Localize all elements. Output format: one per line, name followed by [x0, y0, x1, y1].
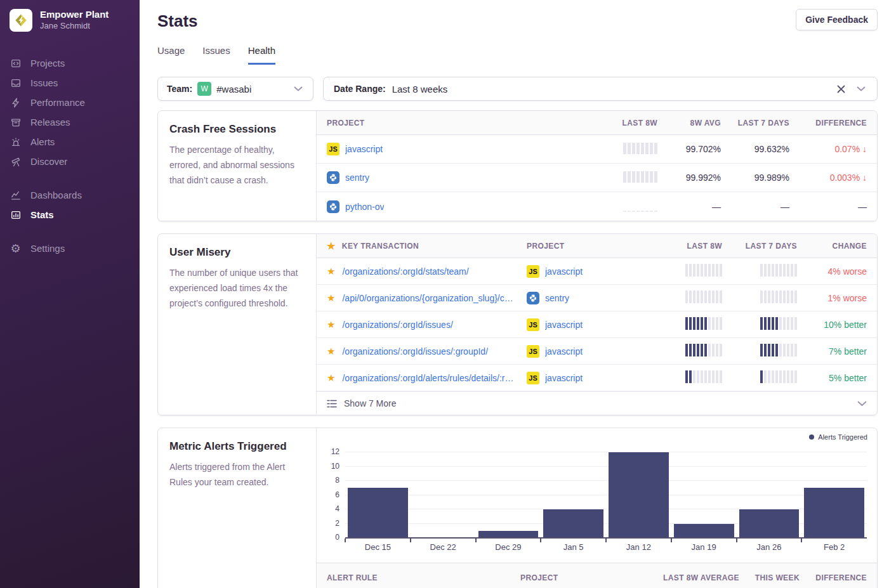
project-cell: sentry — [527, 292, 646, 304]
sidebar-item-label: Dashboards — [30, 190, 82, 200]
last-8w-cell — [623, 141, 657, 157]
nav-section-0: ProjectsIssuesPerformanceReleasesAlertsD… — [10, 53, 140, 171]
performance-icon — [10, 96, 22, 108]
javascript-platform-icon: JS — [527, 345, 539, 358]
tab-health[interactable]: Health — [248, 45, 275, 65]
project-link[interactable]: javascript — [545, 346, 583, 356]
sparkline-bars — [760, 264, 797, 277]
chart-bar[interactable] — [609, 452, 669, 538]
chart-bar-slot — [411, 452, 476, 538]
y-axis-tick-label: 0 — [335, 533, 339, 542]
org-switcher[interactable]: Empower Plant Jane Schmidt — [10, 9, 140, 32]
tab-bar: UsageIssuesHealth — [157, 45, 878, 65]
team-selector[interactable]: Team: W #wasabi — [157, 77, 313, 101]
8w-avg-cell: — — [712, 202, 721, 212]
chart-bar[interactable] — [804, 488, 864, 538]
sidebar-item-alerts[interactable]: Alerts — [10, 132, 140, 152]
show-more-row[interactable]: Show 7 More — [317, 391, 877, 415]
table-row: ★/organizations/:orgId/issues/JSjavascri… — [317, 311, 877, 338]
sparkline-bars — [685, 344, 722, 356]
sidebar-item-performance[interactable]: Performance — [10, 93, 140, 112]
sidebar-item-stats[interactable]: Stats — [10, 205, 140, 225]
project-link[interactable]: sentry — [345, 173, 369, 183]
key-transaction-star-icon[interactable]: ★ — [327, 373, 335, 382]
user-misery-table-header: ★KEY TRANSACTIONPROJECTLAST 8WLAST 7 DAY… — [317, 234, 877, 258]
stats-icon — [10, 209, 22, 221]
show-more-label: Show 7 More — [344, 398, 396, 408]
transaction-link[interactable]: /organizations/:orgId/issues/ — [342, 320, 452, 330]
org-name: Empower Plant — [40, 9, 109, 21]
crash-free-table: PROJECTLAST 8W8W AVGLAST 7 DAYSDIFFERENC… — [317, 111, 877, 221]
sidebar-item-discover[interactable]: Discover — [10, 152, 140, 171]
project-cell: JSjavascript — [527, 265, 646, 278]
javascript-platform-icon: JS — [527, 265, 539, 278]
sidebar-item-issues[interactable]: Issues — [10, 73, 140, 93]
transaction-link[interactable]: /api/0/organizations/{organization_slug}… — [342, 293, 514, 303]
project-link[interactable]: sentry — [545, 293, 569, 303]
chart-bars — [345, 452, 867, 538]
x-axis-label: Jan 5 — [541, 542, 606, 552]
tab-usage[interactable]: Usage — [157, 45, 185, 65]
legend-dot-icon — [809, 434, 814, 440]
sidebar-item-releases[interactable]: Releases — [10, 112, 140, 132]
legend-label: Alerts Triggered — [818, 433, 867, 441]
chart-bar[interactable] — [674, 524, 734, 539]
key-transaction-star-icon[interactable]: ★ — [327, 320, 335, 329]
primary-navigation: ProjectsIssuesPerformanceReleasesAlertsD… — [10, 53, 140, 258]
x-axis-label: Dec 22 — [411, 542, 476, 552]
key-transaction-cell: ★/organizations/:orgId/issues/:groupId/ — [327, 346, 527, 356]
last-8w-cell — [685, 344, 722, 359]
project-link[interactable]: javascript — [545, 266, 583, 277]
user-misery-table: ★KEY TRANSACTIONPROJECTLAST 8WLAST 7 DAY… — [317, 234, 877, 415]
last-8w-cell — [623, 170, 657, 185]
sidebar-item-settings[interactable]: ⚙Settings — [10, 238, 140, 258]
project-link[interactable]: javascript — [545, 320, 583, 330]
user-name: Jane Schmidt — [40, 21, 109, 32]
project-link[interactable]: javascript — [345, 144, 383, 154]
chart-legend: Alerts Triggered — [809, 433, 867, 441]
sparkline-bars — [685, 291, 722, 303]
filter-bar: Team: W #wasabi Date Range: Last 8 weeks — [157, 77, 878, 101]
sparkline-bars — [623, 141, 657, 154]
table-row: ★/api/0/organizations/{organization_slug… — [317, 285, 877, 311]
nav-section-2: ⚙Settings — [10, 238, 140, 258]
sidebar-item-projects[interactable]: Projects — [10, 53, 140, 73]
tab-issues[interactable]: Issues — [202, 45, 230, 65]
main-area: Stats Give Feedback UsageIssuesHealth Te… — [140, 0, 896, 588]
x-axis-label: Jan 12 — [606, 542, 671, 552]
column-header: PROJECT — [520, 573, 644, 582]
crash-free-title: Crash Free Sessions — [169, 123, 305, 136]
date-range-selector[interactable]: Date Range: Last 8 weeks — [323, 77, 878, 101]
javascript-platform-icon: JS — [527, 318, 539, 331]
give-feedback-button[interactable]: Give Feedback — [796, 9, 878, 30]
sparkline-bars — [623, 199, 657, 212]
chart-bar-slot — [345, 452, 411, 538]
clear-icon[interactable] — [834, 85, 848, 93]
y-axis-tick-label: 8 — [335, 476, 339, 485]
sidebar-item-dashboards[interactable]: Dashboards — [10, 185, 140, 205]
project-link[interactable]: python-ov — [345, 202, 384, 212]
chart-bar[interactable] — [348, 488, 408, 538]
chart-bar[interactable] — [543, 509, 603, 538]
key-transaction-cell: ★/organizations/:orgId/issues/ — [327, 320, 527, 330]
table-row: ★/organizations/:orgId/stats/team/JSjava… — [317, 258, 877, 285]
sparkline-bars — [685, 317, 722, 330]
sparkline-bars — [685, 370, 722, 383]
last-7-days-cell: — — [781, 202, 789, 212]
key-transaction-star-icon[interactable]: ★ — [327, 346, 335, 356]
chart-bar[interactable] — [739, 509, 800, 538]
metric-alerts-description: Alerts triggered from the Alert Rules yo… — [169, 459, 305, 490]
key-transaction-star-icon[interactable]: ★ — [327, 266, 335, 276]
transaction-link[interactable]: /organizations/:orgId/stats/team/ — [342, 266, 468, 277]
team-value: #wasabi — [216, 84, 251, 95]
key-transaction-star-icon[interactable]: ★ — [327, 293, 335, 303]
sidebar: Empower Plant Jane Schmidt ProjectsIssue… — [0, 0, 140, 588]
chevron-down-icon[interactable] — [857, 401, 867, 407]
last-8w-cell — [623, 199, 657, 214]
column-header: LAST 7 DAYS — [746, 242, 797, 251]
transaction-link[interactable]: /organizations/:orgId/issues/:groupId/ — [342, 346, 488, 356]
transaction-link[interactable]: /organizations/:orgId/alerts/rules/detai… — [342, 373, 514, 383]
project-link[interactable]: javascript — [545, 373, 583, 383]
key-transaction-cell: ★/organizations/:orgId/alerts/rules/deta… — [327, 373, 527, 383]
sidebar-item-label: Releases — [30, 117, 70, 127]
